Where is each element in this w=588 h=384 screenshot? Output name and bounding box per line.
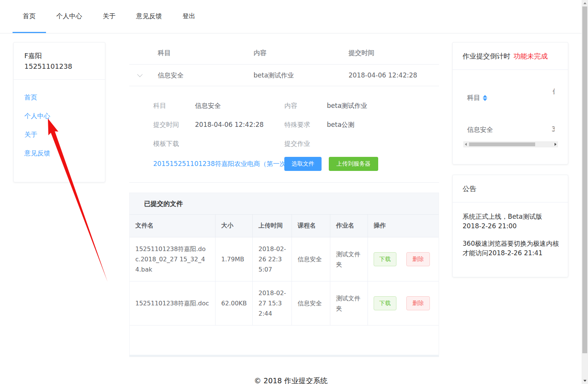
detail-label-subject: 科目 bbox=[153, 101, 195, 110]
delete-button[interactable]: 删除 bbox=[406, 296, 430, 310]
download-button[interactable]: 下载 bbox=[374, 296, 396, 310]
countdown-column-countdown: 倒 bbox=[553, 87, 555, 96]
card-bottom-strip bbox=[130, 355, 439, 357]
submitted-files-card: 已提交的文件 文件名 大小 上传时间 课程名 作业名 操作 1525110123… bbox=[129, 193, 439, 357]
submitted-files-title: 已提交的文件 bbox=[130, 193, 439, 215]
announcements-card: 公告 系统正式上线，Beta测试版 2018-2-26 21:00 360极速浏… bbox=[452, 175, 568, 277]
profile-info: F嘉阳 15251101238 bbox=[14, 43, 105, 72]
detail-label-template: 模板下载 bbox=[153, 139, 195, 148]
template-download-link[interactable]: 201515251101238符嘉阳农业电商（第一次） bbox=[153, 160, 284, 168]
announcement-item: 360极速浏览器要切换为极速内核才能访问2018-2-26 21:41 bbox=[463, 239, 561, 258]
countdown-column-subject-label: 科目 bbox=[467, 93, 480, 102]
assignment-content: beta测试作业 bbox=[246, 71, 341, 80]
sidebar-item-feedback[interactable]: 意见反馈 bbox=[24, 144, 105, 163]
assignment-subject: 信息安全 bbox=[150, 71, 246, 80]
column-header-size: 大小 bbox=[216, 215, 253, 237]
nav-tab-about[interactable]: 关于 bbox=[92, 0, 126, 33]
announcement-item: 系统正式上线，Beta测试版 2018-2-26 21:00 bbox=[463, 212, 561, 231]
scrollbar-track[interactable] bbox=[468, 141, 553, 147]
column-header-filename: 文件名 bbox=[130, 215, 216, 237]
detail-value-special: beta公测 bbox=[327, 120, 439, 129]
countdown-table-clip: 科目 倒 信息安全 38 bbox=[463, 81, 555, 137]
column-header-subject: 科目 bbox=[150, 49, 246, 57]
countdown-column-subject[interactable]: 科目 bbox=[467, 93, 487, 102]
file-homework: 测试文件夹 bbox=[330, 281, 368, 325]
arrow-left-icon[interactable] bbox=[463, 141, 468, 147]
nav-tab-profile[interactable]: 个人中心 bbox=[46, 0, 92, 33]
arrow-down-icon[interactable] bbox=[582, 378, 588, 384]
profile-sidebar: F嘉阳 15251101238 首页 个人中心 关于 意见反馈 bbox=[13, 42, 105, 182]
detail-label-special: 特殊要求 bbox=[284, 120, 327, 129]
detail-value-time: 2018-04-06 12:42:28 bbox=[195, 121, 284, 128]
assignments-header-row: 科目 内容 提交时间 bbox=[129, 42, 439, 65]
download-button[interactable]: 下载 bbox=[374, 252, 396, 266]
file-name: 15251101238符嘉阳.doc bbox=[130, 281, 216, 325]
nav-tab-feedback[interactable]: 意见反馈 bbox=[126, 0, 172, 33]
caret-sort-icon[interactable] bbox=[483, 95, 487, 101]
user-name: F嘉阳 bbox=[24, 51, 105, 61]
scrollbar-thumb[interactable] bbox=[469, 142, 535, 146]
detail-value-content: beta测试作业 bbox=[327, 101, 439, 110]
file-upload-time: 2018-02-27 15:32:44 bbox=[253, 281, 292, 325]
choose-file-button[interactable]: 选取文件 bbox=[284, 157, 322, 171]
countdown-status: 功能未完成 bbox=[514, 52, 548, 61]
detail-label-time: 提交时间 bbox=[153, 120, 195, 129]
column-header-homework: 作业名 bbox=[330, 215, 368, 237]
countdown-row-value: 38 bbox=[552, 125, 555, 133]
scrollbar-thumb[interactable] bbox=[582, 6, 587, 353]
countdown-row-subject: 信息安全 bbox=[467, 125, 493, 134]
column-header-actions: 操作 bbox=[368, 215, 439, 237]
detail-value-subject: 信息安全 bbox=[195, 101, 284, 110]
column-header-uploadtime: 上传时间 bbox=[253, 215, 292, 237]
table-row: 15251101238符嘉阳.doc 62.00KB 2018-02-27 15… bbox=[130, 281, 439, 326]
chevron-down-icon[interactable] bbox=[137, 72, 142, 77]
footer-copyright: © 2018 作业提交系统 bbox=[0, 376, 582, 384]
file-size: 1.79MB bbox=[216, 237, 253, 281]
column-header-content: 内容 bbox=[246, 49, 341, 57]
detail-label-submit: 提交作业 bbox=[284, 139, 327, 148]
nav-tab-logout[interactable]: 登出 bbox=[172, 0, 206, 33]
assignments-table: 科目 内容 提交时间 信息安全 beta测试作业 2018-04-06 12:4… bbox=[129, 42, 439, 183]
file-course: 信息安全 bbox=[292, 281, 330, 325]
sidebar-item-home[interactable]: 首页 bbox=[24, 88, 105, 107]
column-header-course: 课程名 bbox=[292, 215, 330, 237]
countdown-card: 作业提交倒计时 功能未完成 科目 倒 信息安全 38 bbox=[452, 42, 568, 164]
arrow-up-icon[interactable] bbox=[582, 0, 588, 6]
countdown-title: 作业提交倒计时 bbox=[463, 52, 510, 61]
column-header-time: 提交时间 bbox=[341, 49, 439, 57]
arrow-right-icon[interactable] bbox=[553, 141, 558, 147]
detail-label-content: 内容 bbox=[284, 101, 327, 110]
delete-button[interactable]: 删除 bbox=[406, 252, 430, 266]
assignment-time: 2018-04-06 12:42:28 bbox=[341, 71, 439, 79]
upload-to-server-button[interactable]: 上传到服务器 bbox=[329, 157, 378, 171]
file-homework: 测试文件夹 bbox=[330, 237, 368, 281]
sidebar-item-profile[interactable]: 个人中心 bbox=[24, 107, 105, 125]
assignment-row[interactable]: 信息安全 beta测试作业 2018-04-06 12:42:28 bbox=[129, 65, 439, 86]
vertical-scrollbar[interactable] bbox=[582, 0, 588, 384]
files-header-row: 文件名 大小 上传时间 课程名 作业名 操作 bbox=[130, 215, 439, 237]
horizontal-scrollbar[interactable] bbox=[463, 141, 558, 147]
sidebar-menu: 首页 个人中心 关于 意见反馈 bbox=[14, 80, 105, 163]
page: 首页 个人中心 关于 意见反馈 登出 F嘉阳 15251101238 首页 个人… bbox=[0, 0, 588, 384]
file-size: 62.00KB bbox=[216, 281, 253, 325]
assignment-detail-panel: 科目 信息安全 内容 beta测试作业 提交时间 2018-04-06 12:4… bbox=[129, 86, 439, 183]
sidebar-item-about[interactable]: 关于 bbox=[24, 125, 105, 144]
nav-tab-home[interactable]: 首页 bbox=[13, 0, 46, 33]
announcements-title: 公告 bbox=[453, 175, 568, 202]
countdown-title-row: 作业提交倒计时 功能未完成 bbox=[453, 43, 568, 70]
file-upload-time: 2018-02-26 22:35:07 bbox=[253, 237, 292, 281]
file-course: 信息安全 bbox=[292, 237, 330, 281]
table-row: 15251101238符嘉阳.doc.2018_02_27 15_32_44.b… bbox=[130, 237, 439, 281]
user-student-id: 15251101238 bbox=[24, 61, 105, 72]
top-navigation: 首页 个人中心 关于 意见反馈 登出 bbox=[0, 0, 582, 33]
file-name: 15251101238符嘉阳.doc.2018_02_27 15_32_44.b… bbox=[130, 237, 216, 281]
announcements-body: 系统正式上线，Beta测试版 2018-2-26 21:00 360极速浏览器要… bbox=[453, 202, 568, 258]
